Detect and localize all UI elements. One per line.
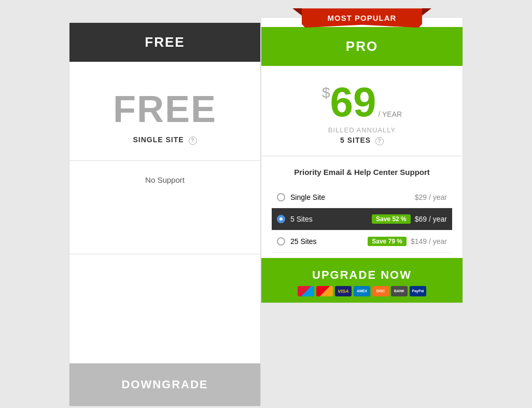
option-single-site-price: $29 / year xyxy=(415,193,447,201)
free-plan-header: FREE xyxy=(69,23,260,62)
upgrade-now-label: UPGRADE NOW xyxy=(261,268,463,282)
pro-plan-card: MOST POPULAR PRO $ 69 / YEAR BILLED ANNU… xyxy=(261,17,463,303)
pro-sites-label: 5 SITES ? xyxy=(272,136,452,145)
option-single-site-label: Single Site xyxy=(290,193,415,201)
pro-price-number: 69 xyxy=(330,81,376,123)
upgrade-now-button[interactable]: UPGRADE NOW VISA AMEX DISC BANK PayPal xyxy=(261,258,463,303)
option-single-site-radio[interactable] xyxy=(277,193,285,201)
free-extra-space xyxy=(69,254,260,363)
option-5-sites-price: $69 / year xyxy=(415,215,447,223)
free-support-section: No Support xyxy=(69,161,260,254)
pro-plan-price-section: $ 69 / YEAR BILLED ANNUALLY 5 SITES ? xyxy=(261,66,463,156)
downgrade-button[interactable]: DOWNGRADE xyxy=(69,363,260,406)
option-5-sites-radio[interactable] xyxy=(277,215,285,223)
option-single-site[interactable]: Single Site $29 / year xyxy=(272,187,452,208)
free-price-value: FREE xyxy=(80,88,250,130)
pro-pricing-options: Single Site $29 / year 5 Sites Save 52 %… xyxy=(261,182,463,258)
paypal-icon: PayPal xyxy=(410,286,426,296)
free-plan-price-section: FREE SINGLE SITE ? xyxy=(69,62,260,160)
ribbon-right-tail xyxy=(422,8,431,16)
pro-plan-header: PRO xyxy=(261,27,463,66)
payment-icons-row: VISA AMEX DISC BANK PayPal xyxy=(261,286,463,296)
option-25-sites-radio[interactable] xyxy=(277,237,285,246)
pricing-section: FREE FREE SINGLE SITE ? No Support DOWNG… xyxy=(69,22,463,406)
pro-sites-help-icon[interactable]: ? xyxy=(375,137,384,145)
option-25-sites[interactable]: 25 Sites Save 79 % $149 / year xyxy=(272,230,452,253)
bank-icon: BANK xyxy=(391,286,408,296)
visa-icon: VISA xyxy=(335,286,352,296)
free-site-help-icon[interactable]: ? xyxy=(189,137,197,145)
pro-price-per-year: / YEAR xyxy=(378,111,402,118)
discover-icon: DISC xyxy=(372,286,389,296)
free-support-text: No Support xyxy=(145,175,185,184)
pro-support-text: Priority Email & Help Center Support xyxy=(294,168,430,176)
option-5-sites[interactable]: 5 Sites Save 52 % $69 / year xyxy=(272,208,452,230)
option-5-sites-save-badge: Save 52 % xyxy=(372,214,411,224)
maestro-icon xyxy=(298,286,314,296)
pro-price-main: $ 69 / YEAR xyxy=(272,81,452,123)
option-25-sites-save-badge: Save 79 % xyxy=(368,237,407,246)
most-popular-ribbon-wrapper: MOST POPULAR xyxy=(261,8,463,28)
option-5-sites-label: 5 Sites xyxy=(290,215,372,223)
ribbon-left-tail xyxy=(292,8,302,16)
most-popular-badge: MOST POPULAR xyxy=(302,8,423,28)
option-25-sites-price: $149 / year xyxy=(411,237,447,246)
option-25-sites-label: 25 Sites xyxy=(290,237,368,246)
pro-billed-annually: BILLED ANNUALLY xyxy=(272,126,452,134)
free-site-label: SINGLE SITE ? xyxy=(80,135,250,144)
free-plan-card: FREE FREE SINGLE SITE ? No Support DOWNG… xyxy=(69,22,261,406)
pro-support-section: Priority Email & Help Center Support xyxy=(261,156,463,182)
mastercard-icon xyxy=(316,286,333,296)
pro-price-dollar: $ xyxy=(322,86,330,100)
amex-icon: AMEX xyxy=(354,286,370,296)
